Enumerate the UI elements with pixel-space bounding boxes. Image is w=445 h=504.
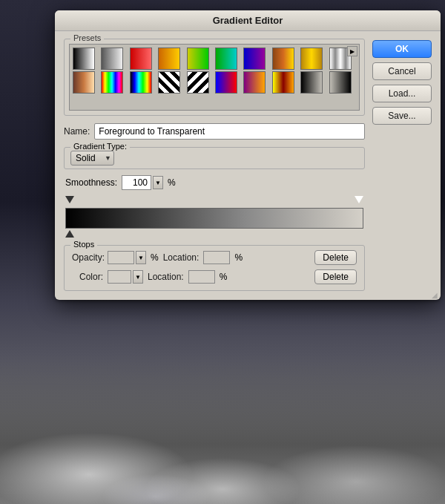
opacity-value-input[interactable] xyxy=(108,251,134,264)
preset-swatch-17[interactable] xyxy=(243,71,266,94)
load-button[interactable]: Load... xyxy=(372,85,432,102)
name-input[interactable] xyxy=(94,123,365,140)
preset-swatch-20[interactable] xyxy=(329,71,352,94)
presets-scroll[interactable]: ▶ xyxy=(69,44,360,111)
color-dropdown-arrow[interactable]: ▼ xyxy=(133,270,143,284)
opacity-stop-controls: Opacity: ▼ % Location: % Delete xyxy=(72,250,357,265)
dialog-title: Gradient Editor xyxy=(213,15,283,26)
dialog-body: Presets ▶ Name: Gradient Type: Solid xyxy=(55,31,441,300)
gradient-type-select-wrap: Solid Noise ▼ xyxy=(70,151,114,166)
preset-swatch-13[interactable] xyxy=(130,71,152,94)
dialog-buttons: OK Cancel Load... Save... xyxy=(372,39,432,291)
preset-swatch-3[interactable] xyxy=(130,48,152,70)
gradient-bar-area xyxy=(64,196,365,240)
opacity-stop-left-marker xyxy=(65,196,74,203)
preset-swatch-12[interactable] xyxy=(101,71,123,94)
opacity-stop-right-marker xyxy=(355,196,363,203)
preset-swatch-15[interactable] xyxy=(187,71,209,94)
color-stop-row xyxy=(64,230,365,240)
color-swatch[interactable] xyxy=(108,270,131,284)
opacity-field-wrap: ▼ xyxy=(108,251,146,264)
gradient-type-select[interactable]: Solid Noise xyxy=(70,151,114,166)
color-stop-right-marker xyxy=(355,230,363,238)
color-loc-pct: % xyxy=(220,272,228,282)
ok-button[interactable]: OK xyxy=(372,40,432,58)
color-stop-right[interactable] xyxy=(355,230,363,240)
stops-legend: Stops xyxy=(70,240,97,249)
preset-swatch-6[interactable] xyxy=(215,48,237,70)
color-stop-controls: Color: ▼ Location: % Delete xyxy=(72,269,357,284)
opacity-delete-button[interactable]: Delete xyxy=(314,250,357,265)
opacity-stop-right[interactable] xyxy=(355,196,363,206)
gradient-type-row: Gradient Type: Solid Noise ▼ xyxy=(64,147,365,169)
opacity-stop-left[interactable] xyxy=(65,196,74,206)
gradient-track[interactable] xyxy=(65,208,363,229)
presets-group: Presets ▶ xyxy=(64,39,365,116)
opacity-dropdown-arrow[interactable]: ▼ xyxy=(136,251,146,264)
dialog-main: Presets ▶ Name: Gradient Type: Solid xyxy=(64,39,365,291)
name-row: Name: xyxy=(64,123,365,140)
opacity-pct: % xyxy=(151,252,159,263)
smoothness-input[interactable] xyxy=(122,175,151,190)
name-label: Name: xyxy=(64,126,90,137)
presets-legend: Presets xyxy=(70,33,104,42)
smoothness-label: Smoothness: xyxy=(65,177,117,188)
preset-swatch-7[interactable] xyxy=(243,48,266,70)
stops-group: Stops Opacity: ▼ % Location: % Delete xyxy=(64,245,365,291)
color-field-wrap: ▼ xyxy=(108,270,143,284)
preset-swatch-16[interactable] xyxy=(215,71,237,94)
presets-grid xyxy=(73,48,356,94)
preset-swatch-8[interactable] xyxy=(272,48,294,70)
preset-swatch-19[interactable] xyxy=(300,71,323,94)
color-stop-left[interactable] xyxy=(65,230,74,240)
cloud-layer xyxy=(0,356,445,504)
color-location-label: Location: xyxy=(148,272,184,282)
resize-handle[interactable]: ◢ xyxy=(432,291,439,298)
preset-swatch-14[interactable] xyxy=(158,71,180,94)
preset-swatch-9[interactable] xyxy=(300,48,323,70)
opacity-stop-row xyxy=(64,196,365,206)
color-delete-button[interactable]: Delete xyxy=(314,269,357,284)
preset-swatch-18[interactable] xyxy=(272,71,294,94)
smoothness-unit: % xyxy=(168,177,176,188)
smoothness-stepper[interactable]: ▼ xyxy=(153,176,163,189)
color-stop-label: Color: xyxy=(72,272,103,282)
cancel-button[interactable]: Cancel xyxy=(372,62,432,80)
gradient-type-legend: Gradient Type: xyxy=(70,142,130,151)
preset-swatch-2[interactable] xyxy=(101,48,123,70)
dialog-titlebar: Gradient Editor xyxy=(55,10,441,31)
color-location-input[interactable] xyxy=(188,270,215,284)
opacity-loc-pct: % xyxy=(234,252,243,263)
presets-arrow[interactable]: ▶ xyxy=(347,46,357,56)
opacity-stop-label: Opacity: xyxy=(72,252,103,263)
preset-swatch-1[interactable] xyxy=(73,48,95,70)
smoothness-row: Smoothness: ▼ % xyxy=(64,175,365,190)
preset-swatch-11[interactable] xyxy=(73,71,95,94)
gradient-editor-dialog: Gradient Editor Presets ▶ Name: Gradi xyxy=(55,10,441,300)
save-button[interactable]: Save... xyxy=(372,107,432,125)
smoothness-input-wrap: ▼ xyxy=(122,175,163,190)
opacity-location-label: Location: xyxy=(163,252,200,263)
color-stop-left-marker xyxy=(65,230,74,238)
gradient-fill xyxy=(66,209,363,228)
preset-swatch-4[interactable] xyxy=(158,48,180,70)
preset-swatch-5[interactable] xyxy=(187,48,209,70)
opacity-location-input[interactable] xyxy=(203,251,230,264)
